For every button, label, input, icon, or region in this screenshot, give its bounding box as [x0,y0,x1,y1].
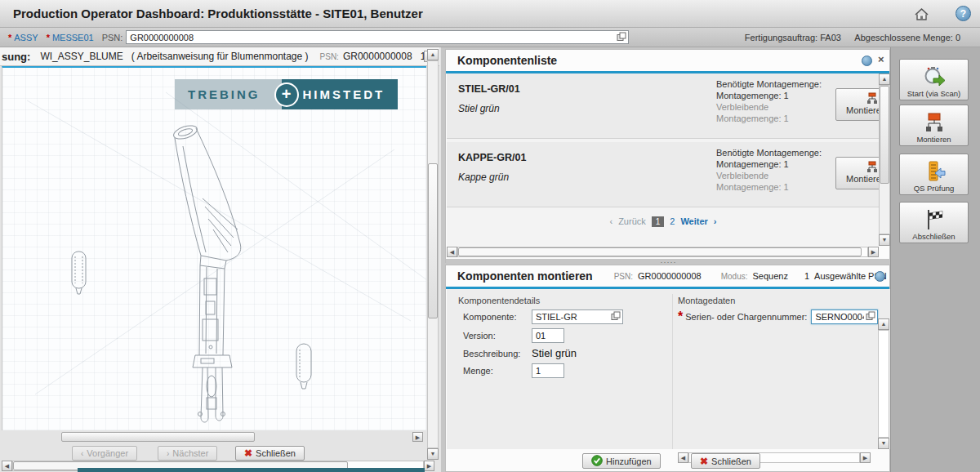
scroll-right-icon[interactable]: ▶ [424,461,434,471]
version-input[interactable] [534,330,562,341]
right-area: Komponentenliste × STIEL-GR/01 Stiel grü… [445,47,890,472]
list-horizontal-scrollbar[interactable]: ◀ ▶ [447,247,890,257]
required-asterisk-icon: * [47,33,50,42]
component-input[interactable] [534,311,611,323]
psn-field-box [126,30,629,44]
component-row-kappe[interactable]: KAPPE-GR/01 Kappe grün Benötigte Montage… [447,142,890,207]
instruction-name: WI_ASSY_BLUME [40,51,122,62]
psn-input[interactable] [128,32,617,43]
check-circle-icon [591,455,603,468]
psn-value: GR0000000008 [638,271,702,281]
description-value: Stiel grün [532,347,577,359]
chevron-right-icon: › [167,449,169,458]
pagination-page-2[interactable]: 2 [670,216,675,226]
assembly-vertical-scrollbar[interactable]: ▲ ▼ [878,318,889,449]
scrollbar-thumb[interactable] [428,163,438,318]
operation-link[interactable]: ASSY [14,33,38,42]
component-quantities: Benötigte Montagemenge: Montagemenge: 1 … [716,147,839,193]
work-instruction-panel: sung: WI_ASSY_BLUME ( Arbeitsanweisung f… [0,47,441,472]
scroll-right-icon[interactable]: ▶ [412,432,423,442]
viewer-vertical-scrollbar[interactable]: ▲ ▼ [427,49,439,460]
required-qty-label: Benötigte Montagemenge: [716,147,839,158]
component-field-box [532,309,623,324]
next-label: Nächster [172,448,208,458]
close-instruction-button[interactable]: ✖ Schließen [235,446,305,461]
page-title: Production Operator Dashboard: Produktio… [0,0,980,20]
required-asterisk-icon: * [678,309,683,324]
sidebar-button-label: Start (via Scan) [905,89,963,98]
personalize-icon[interactable] [862,56,872,66]
value-help-icon[interactable] [866,309,875,324]
assemble-footer: Hinzufügen ✖ Schließen [446,453,891,470]
remaining-label: Verbleibende [716,170,839,181]
assembled-qty: Montagemenge: 1 [716,90,839,101]
section-label: Komponentendetails [458,296,666,305]
sidebar-button-label: QS Prüfung [905,184,963,193]
column-divider [672,294,673,449]
scroll-up-icon[interactable]: ▲ [878,318,889,330]
pagination-back[interactable]: Zurück [618,216,646,226]
work-instruction-viewer[interactable]: TREBING + HIMSTEDT [2,66,426,430]
qs-check-icon [922,159,947,184]
order-status: Fertigungsauftrag: FA03 Abgeschlossene M… [745,33,980,42]
personalize-icon[interactable] [875,271,885,282]
assemble-components-panel: Komponenten montieren PSN: GR0000000008 … [445,265,890,472]
titlebar: Production Operator Dashboard: Produktio… [0,0,980,28]
close-assemble-button[interactable]: ✖ Schließen [691,453,760,469]
close-label: Schließen [711,456,751,466]
assembly-data-section: Montagedaten * Serien- oder Chargennumme… [678,296,878,324]
viewer-horizontal-scrollbar[interactable]: ▶ [2,432,426,443]
scroll-up-icon[interactable]: ▲ [879,73,890,85]
close-icon[interactable]: × [878,53,884,65]
component-code: KAPPE-GR/01 [458,152,526,163]
start-via-scan-button[interactable]: Start (via Scan) [899,59,969,100]
chevron-left-icon: ‹ [81,449,83,458]
mode-label: Modus: [721,272,748,281]
scrollbar-track[interactable] [878,330,889,438]
help-icon[interactable]: ? [956,6,971,21]
value-help-icon[interactable] [617,32,626,43]
serial-field-box [811,309,878,324]
psn-label: PSN: [102,33,123,42]
resource-link[interactable]: MESSE01 [52,33,94,42]
component-row-stiel[interactable]: STIEL-GR/01 Stiel grün Benötigte Montage… [447,73,890,139]
remaining-qty: Montagemenge: 1 [716,181,839,193]
mode-value: Sequenz [753,271,788,281]
pagination-next[interactable]: Weiter [680,216,707,226]
abschliessen-button[interactable]: Abschließen [899,202,969,243]
assemble-row-button[interactable]: Montieren [835,157,884,189]
value-help-icon[interactable] [611,309,621,324]
order-label: Fertigungsauftrag: [745,33,817,42]
component-list: STIEL-GR/01 Stiel grün Benötigte Montage… [447,73,890,246]
scroll-left-icon[interactable]: ◀ [447,247,457,257]
previous-button[interactable]: ‹ Vorgänger [72,446,137,461]
qs-pruefung-button[interactable]: QS Prüfung [899,154,969,195]
assemble-header-meta: PSN: GR0000000008 Modus: Sequenz 1 Ausge… [614,271,887,281]
component-description: Stiel grün [458,103,500,114]
add-button[interactable]: Hinzufügen [582,453,661,469]
scroll-left-icon[interactable]: ◀ [2,461,12,471]
list-vertical-scrollbar[interactable]: ▲ ▼ [879,73,890,246]
quantity-field-box [532,363,564,378]
home-icon[interactable] [913,6,929,22]
scroll-right-icon[interactable]: ▶ [868,247,879,257]
scroll-down-icon[interactable]: ▼ [879,234,890,246]
start-scan-icon [922,65,947,89]
scroll-up-icon[interactable]: ▲ [427,49,439,60]
scroll-down-icon[interactable]: ▼ [878,438,889,449]
logo-plus-icon: + [274,82,299,107]
panel-title: Komponenten montieren [457,269,593,283]
scrollbar-thumb[interactable] [61,432,255,442]
montieren-button[interactable]: Montieren [899,105,969,146]
next-button[interactable]: › Nächster [158,446,217,461]
scrollbar-thumb[interactable] [458,247,862,256]
scrollbar-thumb[interactable] [880,86,889,184]
serial-input[interactable] [813,311,866,323]
psn-label: PSN: [614,272,633,281]
assemble-row-button[interactable]: Montieren [835,88,884,121]
instruction-label: sung: [2,51,30,63]
component-quantities: Benötigte Montagemenge: Montagemenge: 1 … [716,78,839,124]
assembled-qty: Montagemenge: 1 [716,158,839,170]
quantity-input[interactable] [534,365,562,376]
assemble-bom-icon [922,110,947,135]
